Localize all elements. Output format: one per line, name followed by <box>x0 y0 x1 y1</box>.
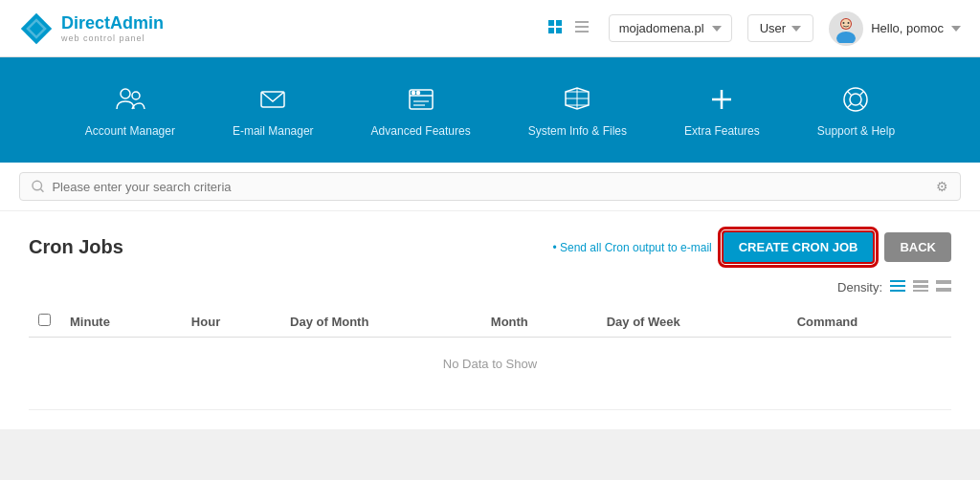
search-bar-wrap: ⚙ <box>0 163 980 211</box>
user-dropdown-icon <box>791 26 801 32</box>
svg-point-11 <box>836 32 856 43</box>
support-help-label: Support & Help <box>817 124 895 138</box>
search-icon <box>32 180 44 193</box>
select-all-checkbox[interactable] <box>38 314 51 326</box>
hello-dropdown-icon <box>951 26 961 32</box>
extra-features-label: Extra Features <box>684 124 760 138</box>
table-col-day-of-month: Day of Month <box>280 306 481 338</box>
svg-point-16 <box>132 92 140 99</box>
table-header-row: Minute Hour Day of Month Month Day of We… <box>29 306 951 338</box>
svg-rect-43 <box>913 290 928 292</box>
nav-bar: Account Manager E-mail Manager Advanced … <box>0 57 980 163</box>
system-info-icon <box>560 82 594 117</box>
nav-item-support-help[interactable]: Support & Help <box>789 73 924 147</box>
svg-rect-6 <box>556 28 562 33</box>
nav-item-advanced-features[interactable]: Advanced Features <box>343 73 500 147</box>
cron-actions: • Send all Cron output to e-mail CREATE … <box>552 230 951 264</box>
density-label: Density: <box>837 280 882 295</box>
email-manager-icon <box>256 82 290 117</box>
domain-select[interactable]: mojadomena.pl <box>609 14 732 42</box>
cron-table: Minute Hour Day of Month Month Day of We… <box>29 306 951 390</box>
svg-point-36 <box>33 181 42 190</box>
avatar <box>829 11 863 46</box>
svg-rect-8 <box>575 26 589 28</box>
header-right: mojadomena.pl User Hello, <box>544 11 961 46</box>
system-info-label: System Info & Files <box>528 124 627 138</box>
search-input-wrap: ⚙ <box>19 172 961 201</box>
logo-brand: DirectAdmin <box>61 13 164 33</box>
svg-point-21 <box>416 92 419 95</box>
svg-line-34 <box>848 104 852 108</box>
density-icon-3 <box>936 280 951 292</box>
logo-text: DirectAdmin web control panel <box>61 13 164 43</box>
logo-icon <box>19 11 54 46</box>
density-icon-2 <box>913 280 928 292</box>
svg-point-20 <box>412 92 414 95</box>
svg-rect-40 <box>890 290 905 292</box>
table-col-checkbox <box>29 306 60 338</box>
list-view-button[interactable] <box>570 15 593 42</box>
hello-text: Hello, pomoc <box>871 21 944 35</box>
svg-line-35 <box>860 104 864 108</box>
svg-rect-3 <box>548 20 554 26</box>
cron-header: Cron Jobs • Send all Cron output to e-ma… <box>29 230 951 264</box>
no-data-text: No Data to Show <box>29 338 951 391</box>
svg-rect-5 <box>548 28 554 33</box>
nav-item-system-info[interactable]: System Info & Files <box>500 73 656 147</box>
view-toggle <box>544 15 593 42</box>
nav-item-extra-features[interactable]: Extra Features <box>656 73 789 147</box>
user-button[interactable]: User <box>747 14 813 42</box>
logo-tagline: web control panel <box>61 33 164 43</box>
svg-rect-42 <box>913 285 928 288</box>
density-medium-icon[interactable] <box>913 279 928 295</box>
hello-area[interactable]: Hello, pomoc <box>829 11 961 46</box>
density-row: Density: <box>29 279 951 295</box>
list-icon <box>574 19 590 34</box>
grid-icon <box>547 19 563 34</box>
page-title: Cron Jobs <box>29 236 123 258</box>
svg-rect-4 <box>556 20 562 26</box>
account-manager-label: Account Manager <box>85 124 175 138</box>
table-col-minute: Minute <box>60 306 182 338</box>
create-cron-job-button[interactable]: CREATE CRON JOB <box>722 230 876 264</box>
svg-rect-38 <box>890 280 905 282</box>
svg-rect-7 <box>575 21 589 23</box>
table-col-month: Month <box>481 306 597 338</box>
bottom-border <box>29 409 951 410</box>
user-label: User <box>760 21 786 35</box>
svg-point-14 <box>848 22 850 24</box>
avatar-icon <box>832 14 860 43</box>
svg-point-31 <box>850 94 861 105</box>
send-all-link[interactable]: • Send all Cron output to e-mail <box>552 241 711 254</box>
nav-item-email-manager[interactable]: E-mail Manager <box>204 73 343 147</box>
back-button[interactable]: BACK <box>884 232 951 262</box>
email-manager-label: E-mail Manager <box>233 124 314 138</box>
support-help-icon <box>838 82 873 117</box>
density-icon-1 <box>890 280 905 292</box>
account-manager-icon <box>113 82 147 117</box>
density-compact-icon[interactable] <box>890 279 905 295</box>
svg-point-12 <box>841 19 851 29</box>
no-data-row: No Data to Show <box>29 338 951 391</box>
table-col-hour: Hour <box>182 306 280 338</box>
search-settings-icon[interactable]: ⚙ <box>936 179 948 194</box>
grid-view-button[interactable] <box>544 15 567 42</box>
svg-rect-44 <box>936 280 951 284</box>
svg-point-13 <box>843 22 845 24</box>
svg-rect-41 <box>913 280 928 283</box>
table-col-day-of-week: Day of Week <box>597 306 788 338</box>
svg-line-37 <box>41 189 44 192</box>
advanced-features-icon <box>404 82 438 117</box>
svg-line-32 <box>848 92 852 96</box>
header: DirectAdmin web control panel mojadomena… <box>0 0 980 57</box>
main-content: Cron Jobs • Send all Cron output to e-ma… <box>0 211 980 429</box>
svg-rect-45 <box>936 288 951 292</box>
svg-line-33 <box>860 92 864 96</box>
logo-area: DirectAdmin web control panel <box>19 11 164 46</box>
nav-item-account-manager[interactable]: Account Manager <box>56 73 204 147</box>
density-comfortable-icon[interactable] <box>936 279 951 295</box>
table-col-command: Command <box>788 306 951 338</box>
extra-features-icon <box>704 82 739 117</box>
search-input[interactable] <box>52 180 928 194</box>
advanced-features-label: Advanced Features <box>371 124 471 138</box>
